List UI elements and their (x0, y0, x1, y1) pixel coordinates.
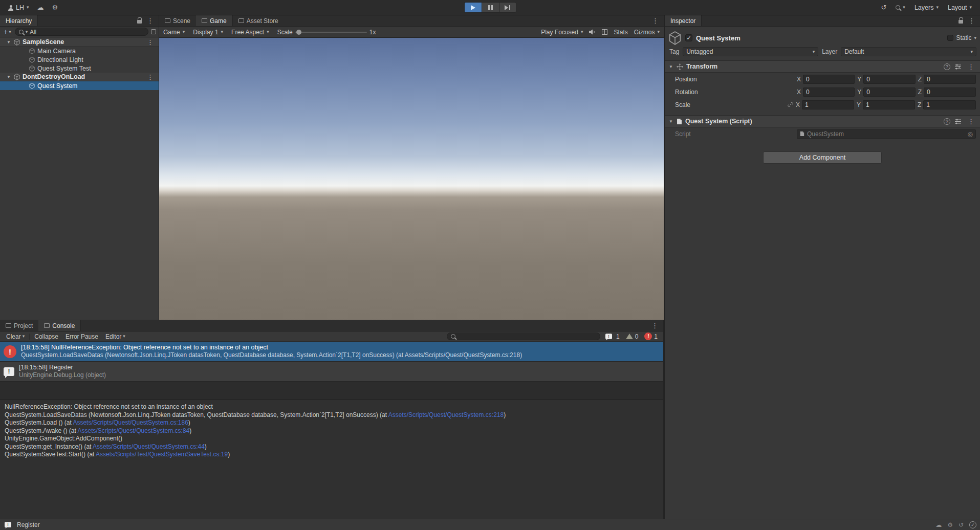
scale-x-field[interactable]: 1 (802, 100, 854, 109)
lock-icon[interactable] (137, 20, 142, 24)
position-y-field[interactable]: 0 (863, 75, 915, 84)
scale-y-field[interactable]: 1 (863, 100, 915, 109)
refresh-status-icon[interactable]: ↺ (959, 521, 964, 528)
step-button[interactable] (499, 2, 516, 13)
cloud-status-icon[interactable]: ☁ (935, 521, 942, 528)
tab-inspector[interactable]: Inspector (665, 15, 702, 26)
scale-label: Scale (675, 101, 797, 108)
position-z-field[interactable]: 0 (924, 75, 976, 84)
transform-component-header[interactable]: ▼ Transform ? ⋮ (665, 60, 980, 73)
stack-link[interactable]: Assets/Scripts/Quest/QuestSystem.cs:186 (73, 419, 188, 426)
services-button[interactable]: ⚙ (48, 2, 62, 13)
gizmos-dropdown[interactable]: Gizmos ▾ (634, 29, 660, 36)
rotation-z-field[interactable]: 0 (924, 87, 976, 97)
tab-scene[interactable]: Scene (159, 15, 196, 26)
help-icon[interactable]: ? (944, 63, 950, 70)
create-object-button[interactable]: + ▾ (3, 28, 12, 36)
log-entry-error[interactable]: ! [18:15:58] NullReferenceException: Obj… (0, 342, 663, 362)
foldout-arrow-icon[interactable]: ▼ (668, 119, 673, 124)
scale-slider[interactable] (295, 32, 367, 33)
foldout-arrow-icon[interactable]: ▼ (6, 75, 11, 79)
presets-icon[interactable] (955, 64, 961, 70)
clear-button[interactable]: Clear ▾ (3, 332, 28, 342)
info-filter-toggle[interactable]: ! 1 (600, 332, 623, 341)
layer-dropdown[interactable]: Default ▾ (841, 47, 976, 56)
position-x-field[interactable]: 0 (803, 75, 855, 84)
log-entry-message: [18:15:58] Register (19, 364, 106, 371)
scene-menu-icon[interactable]: ⋮ (145, 73, 156, 81)
mute-audio-button[interactable] (589, 29, 596, 35)
rotation-x-field[interactable]: 0 (803, 87, 855, 97)
collapse-toggle[interactable]: Collapse (31, 332, 62, 342)
tree-item-directional-light[interactable]: Directional Light (0, 55, 159, 64)
script-object-field[interactable]: QuestSystem ◎ (797, 129, 976, 139)
tree-item-quest-system-test[interactable]: Quest System Test (0, 64, 159, 73)
error-pause-toggle[interactable]: Error Pause (62, 332, 102, 342)
rotation-y-field[interactable]: 0 (863, 87, 915, 97)
layers-dropdown[interactable]: Layers ▾ (910, 2, 943, 13)
scale-z-field[interactable]: 1 (923, 100, 976, 109)
hierarchy-menu-icon[interactable]: ⋮ (145, 17, 156, 25)
tree-item-main-camera[interactable]: Main Camera (0, 47, 159, 55)
static-toggle[interactable]: Static ▾ (947, 34, 976, 41)
play-button[interactable] (464, 2, 482, 13)
foldout-arrow-icon[interactable]: ▼ (6, 40, 11, 45)
view-mode-dropdown[interactable]: Game ▾ (163, 29, 185, 36)
cloud-button[interactable]: ☁ (33, 2, 48, 13)
pause-button[interactable] (482, 2, 499, 13)
tab-asset-store[interactable]: Asset Store (233, 15, 284, 26)
stack-link[interactable]: Assets/Scripts/Test/QuestSystemSaveTest.… (96, 451, 228, 458)
status-message[interactable]: Register (17, 521, 40, 528)
scale-slider-knob[interactable] (296, 30, 301, 35)
log-entry-info[interactable]: ! [18:15:58] Register UnityEngine.Debug.… (0, 362, 663, 382)
error-filter-toggle[interactable]: ! 1 (641, 333, 661, 340)
console-menu-icon[interactable]: ⋮ (649, 322, 660, 329)
editor-dropdown[interactable]: Editor ▾ (102, 332, 129, 342)
warning-filter-toggle[interactable]: 0 (623, 333, 642, 340)
tab-project[interactable]: Project (0, 320, 38, 331)
stack-link[interactable]: Assets/Scripts/Quest/QuestSystem.cs:84 (78, 427, 190, 434)
scene-picking-icon[interactable] (151, 29, 156, 34)
inspector-menu-icon[interactable]: ⋮ (966, 17, 977, 25)
object-name-field[interactable]: Quest System (696, 34, 944, 42)
scene-menu-icon[interactable]: ⋮ (145, 38, 156, 46)
foldout-arrow-icon[interactable]: ▼ (668, 64, 673, 69)
tab-console[interactable]: Console (38, 320, 81, 331)
hierarchy-search-input[interactable]: ▾ All (15, 28, 148, 36)
tab-hierarchy[interactable]: Hierarchy (0, 15, 38, 26)
static-checkbox[interactable] (947, 35, 953, 41)
object-picker-icon[interactable]: ◎ (968, 130, 973, 138)
cloud-icon: ☁ (37, 4, 44, 11)
tab-game[interactable]: Game (196, 15, 233, 26)
search-button[interactable]: ▾ (891, 2, 909, 13)
uniform-scale-link-icon[interactable] (788, 102, 793, 107)
scene-row-dontdestroyonload[interactable]: ▼ DontDestroyOnLoad ⋮ (0, 73, 159, 81)
stats-button[interactable]: Stats (614, 29, 627, 36)
presets-icon[interactable] (955, 119, 961, 124)
console-search-input[interactable] (447, 333, 600, 340)
lock-icon[interactable] (959, 20, 963, 24)
global-progress-icon[interactable]: ✓ (969, 521, 976, 528)
display-dropdown[interactable]: Display 1 ▾ (193, 29, 223, 36)
console-tab-label: Console (52, 322, 75, 329)
metrics-button[interactable] (602, 29, 607, 35)
aspect-dropdown[interactable]: Free Aspect ▾ (231, 29, 269, 36)
tag-dropdown[interactable]: Untagged ▾ (683, 47, 818, 56)
scene-row-samplescene[interactable]: ▼ SampleScene ⋮ (0, 38, 159, 47)
game-render-view[interactable] (159, 38, 664, 320)
script-component-header[interactable]: ▼ Quest System (Script) ? ⋮ (665, 115, 980, 127)
viewport-menu-icon[interactable]: ⋮ (650, 17, 661, 25)
component-menu-icon[interactable]: ⋮ (966, 63, 976, 71)
undo-history-button[interactable]: ↺ (877, 2, 890, 13)
cache-server-icon[interactable]: ⚙ (947, 521, 953, 528)
add-component-button[interactable]: Add Component (763, 151, 882, 164)
account-dropdown[interactable]: LH ▾ (4, 2, 33, 13)
component-menu-icon[interactable]: ⋮ (966, 118, 976, 125)
stack-link[interactable]: Assets/Scripts/Quest/QuestSystem.cs:218 (388, 411, 504, 418)
help-icon[interactable]: ? (944, 118, 950, 125)
tree-item-quest-system[interactable]: Quest System (0, 81, 159, 90)
stack-link[interactable]: Assets/Scripts/Quest/QuestSystem.cs:44 (93, 443, 205, 450)
play-focused-dropdown[interactable]: Play Focused ▾ (541, 29, 583, 36)
layout-dropdown[interactable]: Layout ▾ (944, 2, 976, 13)
active-checkbox[interactable]: ✓ (685, 34, 692, 41)
